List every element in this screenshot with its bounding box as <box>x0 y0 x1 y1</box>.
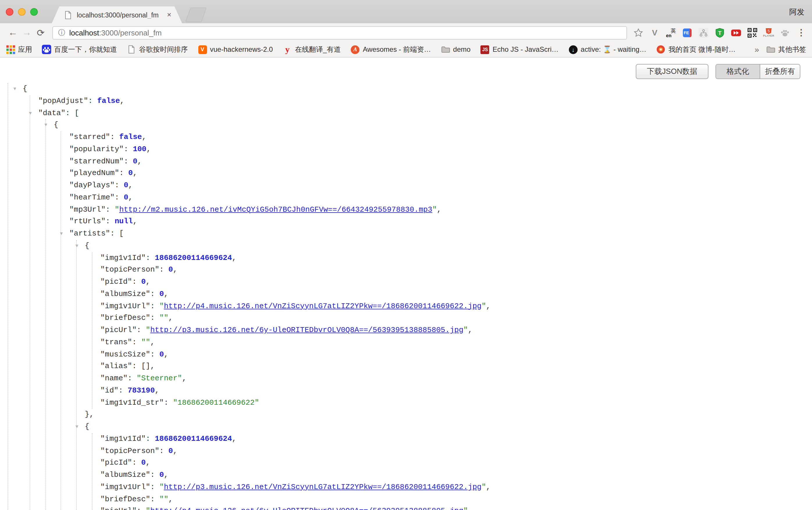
json-key: "starredNum" <box>69 157 124 166</box>
bookmark-item[interactable]: 我的首页 微博-随时… <box>657 44 736 54</box>
collapse-toggle-icon[interactable]: ▼ <box>76 421 79 433</box>
json-punctuation: , <box>168 314 173 323</box>
bookmark-item[interactable]: demo <box>441 45 470 54</box>
json-value: 0 <box>141 458 146 467</box>
bookmark-item[interactable]: 应用 <box>6 44 32 54</box>
tab-title: localhost:3000/personal_fm <box>77 11 163 18</box>
window-controls <box>6 8 38 16</box>
json-key: "picUrl" <box>100 507 137 510</box>
json-punctuation: : <box>137 326 146 334</box>
json-line: "playedNum": 0, <box>0 168 812 180</box>
bookmark-item[interactable]: AAwesomes - 前端资… <box>351 44 431 54</box>
svg-text:5: 5 <box>767 29 770 33</box>
bookmark-item[interactable]: 百度一下，你就知道 <box>42 44 117 54</box>
json-key: "briefDesc" <box>100 494 150 503</box>
collapse-toggle-icon[interactable]: ▼ <box>60 228 63 240</box>
close-window-button[interactable] <box>6 8 13 16</box>
page-favicon-icon <box>63 10 73 20</box>
bookmark-item[interactable]: ↓active: ⌛ - waiting… <box>569 45 646 54</box>
json-punctuation: , <box>146 458 150 467</box>
page-content: 下载JSON数据 格式化 折叠所有 ▼{"popAdjust": false,▼… <box>0 58 812 510</box>
json-punctuation: { <box>54 121 58 129</box>
json-key: "id" <box>100 386 118 395</box>
json-punctuation: }, <box>85 410 94 419</box>
json-key: "img1v1Id" <box>100 253 146 262</box>
json-url-link[interactable]: http://m2.music.126.net/ivMcQYiG5oh7BCJh… <box>119 205 432 214</box>
json-key: "picUrl" <box>100 326 137 334</box>
download-circle-icon: ↓ <box>569 45 578 54</box>
vue-icon: V <box>198 45 207 54</box>
json-key: "mp3Url" <box>69 205 106 214</box>
json-url-link[interactable]: http://p3.music.126.net/6y-UleORITEDbvrO… <box>150 326 464 334</box>
json-punctuation: " <box>146 507 150 510</box>
profile-name[interactable]: 阿发 <box>789 7 805 18</box>
json-line: "img1v1Id": 18686200114669624, <box>0 252 812 264</box>
json-punctuation: : <box>150 290 160 298</box>
json-punctuation: , <box>128 193 133 202</box>
bookmark-star-icon[interactable] <box>633 28 643 37</box>
bookmark-item[interactable]: 谷歌按时间排序 <box>127 44 188 54</box>
json-punctuation: : <box>150 483 160 491</box>
json-punctuation: " <box>482 302 486 310</box>
menu-dots-icon[interactable]: ⋮ <box>796 28 806 37</box>
json-punctuation: : <box>150 350 160 359</box>
json-line: "briefDesc": "", <box>0 493 812 506</box>
json-key: "topicPerson" <box>100 266 160 274</box>
translate-icon[interactable]: 英en <box>666 28 676 37</box>
json-punctuation: : <box>88 96 97 105</box>
tab-close-icon[interactable]: ✕ <box>167 12 172 18</box>
json-punctuation: " <box>115 205 119 214</box>
json-url-link[interactable]: http://p4.music.126.net/VnZiScyynLG7atLI… <box>164 302 482 310</box>
collapse-toggle-icon[interactable]: ▼ <box>76 240 79 252</box>
baidu-icon <box>42 45 51 54</box>
json-line: ▼{ <box>0 240 812 252</box>
paw-icon[interactable] <box>780 28 790 37</box>
json-punctuation: : <box>150 471 160 479</box>
sitemap-icon[interactable] <box>699 28 708 37</box>
minimize-window-button[interactable] <box>18 8 26 16</box>
bookmark-items: 应用百度一下，你就知道谷歌按时间排序Vvue-hackernews-2.0y在线… <box>6 44 752 54</box>
bookmark-label: 我的首页 微博-随时… <box>669 44 736 54</box>
bookmark-label: 应用 <box>18 44 32 54</box>
fastforward-icon[interactable] <box>731 28 741 37</box>
fe-icon[interactable]: FE <box>682 28 692 37</box>
bookmark-item[interactable]: y在线翻译_有道 <box>283 44 341 54</box>
format-button[interactable]: 格式化 <box>716 64 760 79</box>
collapse-toggle-icon[interactable]: ▼ <box>45 120 48 132</box>
bookmark-item[interactable]: Vvue-hackernews-2.0 <box>198 45 273 54</box>
json-key: "popAdjust" <box>38 96 88 105</box>
bookmark-label: 谷歌按时间排序 <box>139 44 188 54</box>
json-value: 0 <box>124 193 128 202</box>
qrcode-icon[interactable] <box>748 28 757 37</box>
other-bookmarks-folder[interactable]: 其他书签 <box>766 44 806 54</box>
json-line: "picId": 0, <box>0 276 812 289</box>
tampermonkey-icon[interactable]: T <box>715 28 725 37</box>
collapse-all-button[interactable]: 折叠所有 <box>760 64 800 79</box>
address-bar[interactable]: ⓘ localhost :3000/personal_fm <box>52 26 627 39</box>
info-icon[interactable]: ⓘ <box>58 28 65 37</box>
json-punctuation: , <box>146 277 150 286</box>
json-punctuation: : <box>132 458 141 467</box>
json-punctuation: : <box>106 217 115 226</box>
download-json-button[interactable]: 下载JSON数据 <box>636 64 708 79</box>
bookmark-label: vue-hackernews-2.0 <box>210 46 273 54</box>
bookmark-item[interactable]: JSEcho JS - JavaScri… <box>481 45 559 54</box>
bookmarks-overflow-icon[interactable]: » <box>754 45 759 54</box>
json-punctuation: " <box>463 326 468 334</box>
json-punctuation: , <box>155 386 160 395</box>
html5player-icon[interactable]: 5PLAYER <box>764 28 774 37</box>
vimium-icon[interactable]: V <box>650 28 660 37</box>
json-punctuation: : <box>128 374 137 383</box>
collapse-toggle-icon[interactable]: ▼ <box>13 83 16 95</box>
browser-tab[interactable]: localhost:3000/personal_fm ✕ <box>52 6 182 23</box>
new-tab-button[interactable] <box>185 7 207 22</box>
json-url-link[interactable]: http://p3.music.126.net/VnZiScyynLG7atLI… <box>164 483 482 491</box>
reload-icon[interactable]: ⟳ <box>34 27 48 38</box>
collapse-toggle-icon[interactable]: ▼ <box>29 107 32 120</box>
back-icon[interactable]: ← <box>6 27 20 38</box>
zoom-window-button[interactable] <box>30 8 38 16</box>
json-url-link[interactable]: http://p4.music.126.net/6y-UleORITEDbvrO… <box>150 507 464 510</box>
json-punctuation: : [ <box>65 109 79 117</box>
json-line: ▼{ <box>0 83 812 95</box>
json-key: "popularity" <box>69 145 124 153</box>
